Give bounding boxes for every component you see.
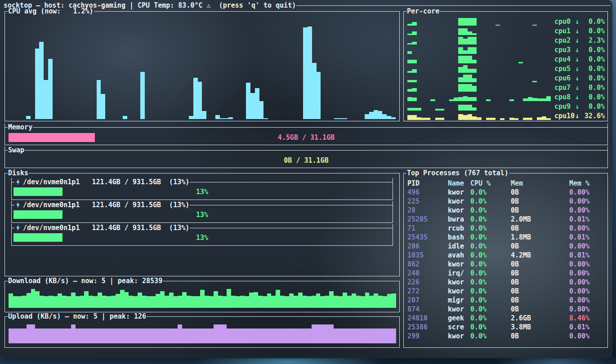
process-row: 496 kwor 0.0% 0B 0.00% bbox=[407, 188, 604, 197]
process-name: kwor bbox=[448, 332, 470, 341]
process-name: idle bbox=[448, 242, 470, 251]
core-sparkline bbox=[407, 64, 551, 73]
upload-sparkline bbox=[9, 324, 396, 343]
process-cpu: 0.0% bbox=[470, 296, 511, 305]
core-row: cpu6↓0.0% bbox=[407, 73, 605, 83]
process-name: kwor bbox=[448, 206, 470, 215]
disk-title: /dev/nvme0n1p1 121.4GB / 931.5GB (13%) bbox=[23, 178, 189, 186]
process-mem: 4.2MB bbox=[511, 251, 569, 260]
process-cpu: 0.0% bbox=[470, 242, 511, 251]
disks-title: Disks bbox=[8, 169, 29, 178]
core-percent: 32.6% bbox=[581, 111, 605, 120]
process-name: irq/ bbox=[448, 269, 470, 278]
processes-panel: Top Processes (767 total) PID Name CPU %… bbox=[403, 173, 608, 348]
process-pid: 25435 bbox=[407, 233, 448, 242]
process-table: PID Name CPU % Mem Mem % 496 kwor 0.0% 0… bbox=[404, 177, 607, 341]
core-row: cpu9↓0.0% bbox=[407, 102, 605, 111]
process-mem-pct: 0.00% bbox=[569, 260, 604, 269]
core-sparkline bbox=[407, 102, 551, 111]
process-name: kwor bbox=[448, 305, 470, 314]
per-core-panel: Per-core cpu0↓0.0% cpu1↓0.0% cpu2↓2.3% c… bbox=[403, 11, 608, 121]
process-pid: 299 bbox=[407, 332, 448, 341]
core-sparkline bbox=[407, 36, 551, 44]
down-arrow-icon: ↓ bbox=[575, 74, 581, 83]
download-panel: Download (KB/s) — now: 5 | peak: 28539 bbox=[4, 281, 400, 312]
process-mem: 0B bbox=[511, 197, 569, 206]
process-name: rcub bbox=[448, 224, 470, 233]
core-row: cpu8↓0.0% bbox=[407, 92, 605, 102]
process-row: 206 idle 0.0% 0B 0.00% bbox=[407, 242, 604, 251]
process-row: 240 irq/ 0.0% 0B 0.00% bbox=[407, 269, 604, 278]
download-title: Download (KB/s) — now: 5 | peak: 28539 bbox=[8, 276, 163, 285]
core-sparkline bbox=[407, 93, 551, 101]
swap-title: Swap bbox=[8, 146, 25, 155]
process-mem-pct: 0.01% bbox=[569, 251, 604, 260]
process-mem: 0B bbox=[511, 206, 569, 215]
down-arrow-icon: ↓ bbox=[575, 36, 581, 45]
process-mem-pct: 0.00% bbox=[569, 242, 604, 251]
lightning-bolt-icon bbox=[16, 179, 20, 185]
download-sparkline bbox=[9, 288, 396, 308]
process-pid: 25205 bbox=[407, 215, 448, 224]
core-sparkline bbox=[407, 111, 551, 120]
terminal-window[interactable]: socktop — host: cachyos-gaming | CPU Tem… bbox=[0, 0, 612, 358]
down-arrow-icon: ↓ bbox=[575, 64, 581, 73]
process-mem: 2.0MB bbox=[511, 215, 569, 224]
process-name: kwor bbox=[448, 278, 470, 287]
column-header-mem-pct: Mem % bbox=[569, 179, 604, 188]
process-rows: 496 kwor 0.0% 0B 0.00% 225 kwor 0.0% 0B … bbox=[407, 188, 604, 341]
process-mem-pct: 0.00% bbox=[569, 287, 604, 296]
process-cpu: 0.0% bbox=[470, 323, 511, 332]
column-header-name: Name bbox=[448, 179, 470, 188]
core-percent: 2.3% bbox=[581, 36, 605, 45]
core-name: cpu4 bbox=[554, 55, 575, 64]
process-row: 28 kwor 0.0% 0B 0.00% bbox=[407, 206, 604, 215]
process-mem-pct: 0.01% bbox=[569, 215, 604, 224]
process-pid: 862 bbox=[407, 260, 448, 269]
process-mem: 0B bbox=[511, 278, 569, 287]
process-cpu: 0.0% bbox=[470, 206, 511, 215]
process-mem: 1.8MB bbox=[511, 233, 569, 242]
process-name: bwra bbox=[448, 215, 470, 224]
core-row: cpu4↓0.0% bbox=[407, 54, 605, 64]
process-row: 25205 bwra 0.0% 2.0MB 0.01% bbox=[407, 215, 604, 224]
core-name: cpu3 bbox=[554, 45, 575, 54]
process-mem: 3.8MB bbox=[511, 323, 569, 332]
process-cpu: 0.0% bbox=[470, 269, 511, 278]
process-pid: 206 bbox=[407, 242, 448, 251]
process-cpu: 0.0% bbox=[470, 233, 511, 242]
process-name: kwor bbox=[448, 287, 470, 296]
core-name: cpu10 bbox=[554, 111, 575, 120]
upload-panel: Upload (KB/s) — now: 5 | peak: 126 bbox=[4, 316, 400, 348]
process-mem-pct: 0.00% bbox=[569, 197, 604, 206]
core-row: cpu7↓0.0% bbox=[407, 83, 605, 92]
upload-title: Upload (KB/s) — now: 5 | peak: 126 bbox=[8, 312, 147, 321]
core-sparkline bbox=[407, 83, 551, 92]
process-pid: 24810 bbox=[407, 314, 448, 323]
per-core-title: Per-core bbox=[406, 7, 440, 16]
core-percent: 0.0% bbox=[581, 27, 605, 36]
process-name: kwor bbox=[448, 260, 470, 269]
process-cpu: 0.0% bbox=[470, 215, 511, 224]
core-percent: 0.0% bbox=[581, 17, 605, 26]
disk-list: /dev/nvme0n1p1 121.4GB / 931.5GB (13%) 1… bbox=[5, 178, 399, 246]
disk-title: /dev/nvme0n1p1 121.4GB / 931.5GB (13%) bbox=[23, 223, 189, 232]
process-mem: 0B bbox=[511, 269, 569, 278]
process-cpu: 0.0% bbox=[470, 251, 511, 260]
process-mem: 0B bbox=[511, 332, 569, 341]
core-name: cpu0 bbox=[554, 17, 575, 26]
core-percent: 0.0% bbox=[581, 64, 605, 73]
lightning-bolt-icon bbox=[16, 202, 20, 208]
process-name: geek bbox=[448, 314, 470, 323]
process-pid: 874 bbox=[407, 305, 448, 314]
core-name: cpu2 bbox=[554, 36, 575, 45]
process-mem-pct: 0.00% bbox=[569, 296, 604, 305]
desktop-background: { "colors":{ "border":"#dfe7ec","text":"… bbox=[0, 0, 616, 364]
process-row: 299 kwor 0.0% 0B 0.00% bbox=[407, 332, 604, 341]
process-row: 207 migr 0.0% 0B 0.00% bbox=[407, 296, 604, 305]
down-arrow-icon: ↓ bbox=[575, 102, 581, 111]
core-sparkline bbox=[407, 55, 551, 63]
process-row: 1035 avah 0.0% 4.2MB 0.01% bbox=[407, 251, 604, 260]
process-row: 225 kwor 0.0% 0B 0.00% bbox=[407, 197, 604, 206]
process-mem: 0B bbox=[511, 260, 569, 269]
